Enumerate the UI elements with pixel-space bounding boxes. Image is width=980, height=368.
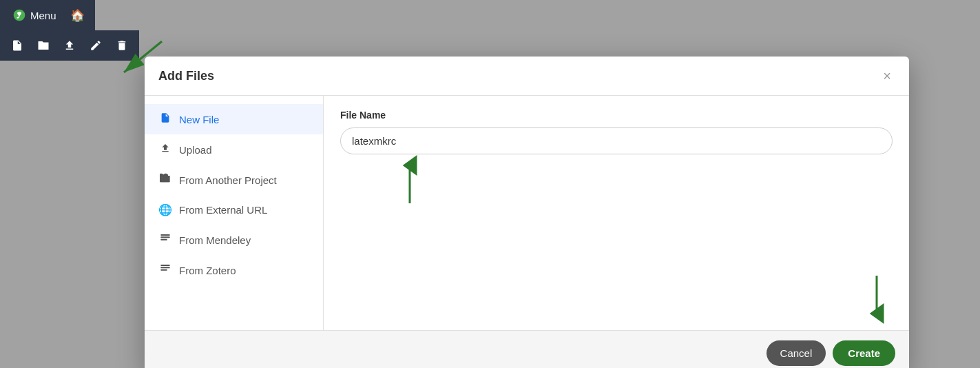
upload-button[interactable] xyxy=(58,34,81,57)
svg-rect-5 xyxy=(160,239,167,241)
upload-sidebar-icon xyxy=(158,143,172,156)
sidebar-item-from-zotero[interactable]: From Zotero xyxy=(145,255,323,285)
sidebar-label-from-mendeley: From Mendeley xyxy=(179,234,251,246)
navbar: Menu 🏠 xyxy=(0,0,95,30)
sidebar-item-from-another-project[interactable]: From Another Project xyxy=(145,165,323,195)
file-name-input[interactable] xyxy=(340,127,893,154)
sidebar-item-upload[interactable]: Upload xyxy=(145,134,323,165)
sidebar-label-new-file: New File xyxy=(179,114,219,125)
svg-rect-8 xyxy=(160,269,167,271)
trash-icon xyxy=(116,39,128,52)
folder-icon xyxy=(37,39,50,52)
create-button[interactable]: Create xyxy=(833,340,895,366)
sidebar-item-from-external-url[interactable]: 🌐 From External URL xyxy=(145,195,323,225)
new-file-sidebar-icon xyxy=(158,112,172,126)
from-zotero-sidebar-icon xyxy=(158,263,172,277)
modal-header: Add Files × xyxy=(145,57,909,96)
from-project-sidebar-icon xyxy=(158,173,172,187)
menu-label: Menu xyxy=(30,10,56,21)
from-mendeley-sidebar-icon xyxy=(158,233,172,247)
edit-icon xyxy=(90,39,102,52)
logo-icon xyxy=(12,8,26,22)
svg-rect-4 xyxy=(160,236,169,238)
svg-rect-3 xyxy=(160,234,169,236)
new-file-button[interactable] xyxy=(6,34,29,57)
modal-footer: Cancel Create xyxy=(145,330,909,368)
cancel-button[interactable]: Cancel xyxy=(767,340,826,366)
modal-close-button[interactable]: × xyxy=(879,68,895,84)
edit-button[interactable] xyxy=(84,34,107,57)
upload-icon xyxy=(63,39,76,52)
sidebar-label-from-another-project: From Another Project xyxy=(179,174,277,186)
sidebar-item-from-mendeley[interactable]: From Mendeley xyxy=(145,225,323,255)
home-button[interactable]: 🏠 xyxy=(66,3,90,27)
svg-rect-7 xyxy=(160,267,169,268)
modal-body: New File Upload From xyxy=(145,96,909,330)
folder-button[interactable] xyxy=(32,34,55,57)
modal-title: Add Files xyxy=(158,69,214,83)
delete-button[interactable] xyxy=(110,34,134,57)
sidebar-label-from-external-url: From External URL xyxy=(179,204,267,216)
new-file-icon xyxy=(11,39,23,52)
modal-content: File Name xyxy=(324,96,909,330)
menu-button[interactable]: Menu xyxy=(6,4,63,26)
modal-sidebar: New File Upload From xyxy=(145,96,324,330)
file-name-label: File Name xyxy=(340,110,893,121)
toolbar xyxy=(0,30,139,61)
sidebar-label-from-zotero: From Zotero xyxy=(179,265,236,276)
home-icon: 🏠 xyxy=(70,8,85,23)
from-url-sidebar-icon: 🌐 xyxy=(158,203,172,216)
svg-rect-6 xyxy=(160,265,169,266)
sidebar-item-new-file[interactable]: New File xyxy=(145,104,323,134)
add-files-modal: Add Files × New File xyxy=(145,57,909,368)
sidebar-label-upload: Upload xyxy=(179,144,212,156)
